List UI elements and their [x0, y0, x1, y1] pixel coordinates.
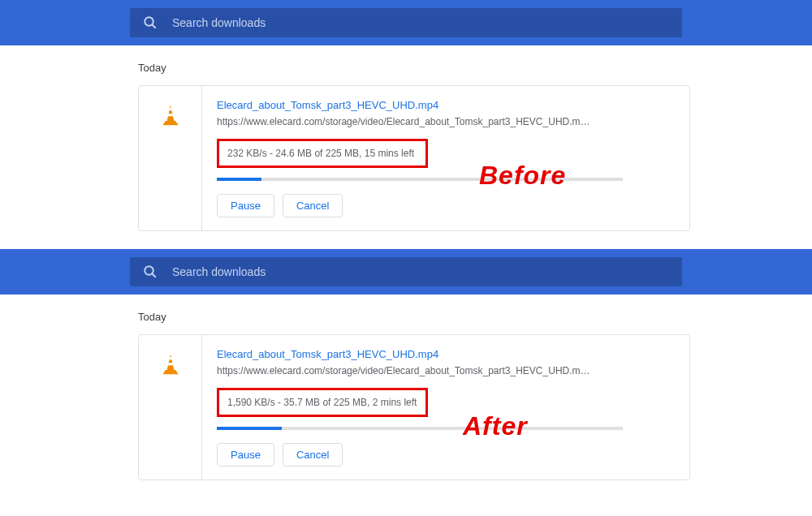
progress-fill — [217, 178, 261, 181]
search-icon — [143, 264, 158, 279]
svg-rect-9 — [167, 357, 173, 359]
svg-line-7 — [152, 273, 156, 277]
download-status: 1,590 KB/s - 35.7 MB of 225 MB, 2 mins l… — [227, 397, 417, 408]
search-input[interactable] — [172, 265, 669, 278]
svg-marker-8 — [166, 355, 174, 370]
svg-rect-10 — [166, 363, 174, 365]
download-card: Elecard_about_Tomsk_part3_HEVC_UHD.mp4 h… — [138, 85, 690, 231]
header-bar — [0, 0, 812, 45]
button-row: Pause Cancel — [217, 194, 675, 217]
vlc-cone-icon — [159, 353, 182, 376]
pause-button[interactable]: Pause — [217, 443, 274, 467]
file-name-link[interactable]: Elecard_about_Tomsk_part3_HEVC_UHD.mp4 — [217, 99, 675, 111]
content-area: Today Elecard_about_Tomsk_part3_HEVC_UHD… — [0, 45, 812, 231]
vlc-cone-icon — [159, 104, 182, 127]
svg-rect-3 — [167, 108, 173, 110]
before-panel: Today Elecard_about_Tomsk_part3_HEVC_UHD… — [0, 0, 812, 231]
search-icon — [143, 15, 158, 30]
svg-point-0 — [145, 17, 153, 26]
pause-button[interactable]: Pause — [217, 194, 274, 217]
file-icon-column — [139, 335, 202, 479]
progress-bar — [217, 427, 623, 430]
button-row: Pause Cancel — [217, 443, 675, 467]
card-body: Elecard_about_Tomsk_part3_HEVC_UHD.mp4 h… — [202, 86, 689, 230]
svg-marker-5 — [162, 121, 178, 125]
download-card: Elecard_about_Tomsk_part3_HEVC_UHD.mp4 h… — [138, 334, 690, 480]
after-panel: Today Elecard_about_Tomsk_part3_HEVC_UHD… — [0, 249, 812, 480]
progress-fill — [217, 427, 282, 430]
file-url: https://www.elecard.com/storage/video/El… — [217, 116, 615, 127]
search-container[interactable] — [130, 257, 682, 286]
svg-point-6 — [145, 266, 153, 275]
svg-rect-4 — [166, 114, 174, 116]
file-url: https://www.elecard.com/storage/video/El… — [217, 365, 615, 376]
after-annotation: After — [463, 411, 528, 441]
cancel-button[interactable]: Cancel — [283, 443, 343, 467]
before-annotation: Before — [479, 161, 566, 191]
content-area: Today Elecard_about_Tomsk_part3_HEVC_UHD… — [0, 295, 812, 480]
status-highlight-box: 1,590 KB/s - 35.7 MB of 225 MB, 2 mins l… — [217, 388, 428, 417]
section-label: Today — [138, 62, 812, 74]
download-status: 232 KB/s - 24.6 MB of 225 MB, 15 mins le… — [227, 148, 417, 159]
svg-line-1 — [152, 24, 156, 28]
card-body: Elecard_about_Tomsk_part3_HEVC_UHD.mp4 h… — [202, 335, 689, 479]
header-bar — [0, 249, 812, 295]
svg-marker-11 — [162, 370, 178, 374]
file-name-link[interactable]: Elecard_about_Tomsk_part3_HEVC_UHD.mp4 — [217, 348, 675, 360]
cancel-button[interactable]: Cancel — [283, 194, 343, 217]
svg-marker-2 — [166, 105, 174, 121]
section-label: Today — [138, 311, 812, 323]
status-highlight-box: 232 KB/s - 24.6 MB of 225 MB, 15 mins le… — [217, 139, 428, 168]
search-input[interactable] — [172, 16, 669, 29]
search-container[interactable] — [130, 8, 682, 37]
file-icon-column — [139, 86, 202, 230]
